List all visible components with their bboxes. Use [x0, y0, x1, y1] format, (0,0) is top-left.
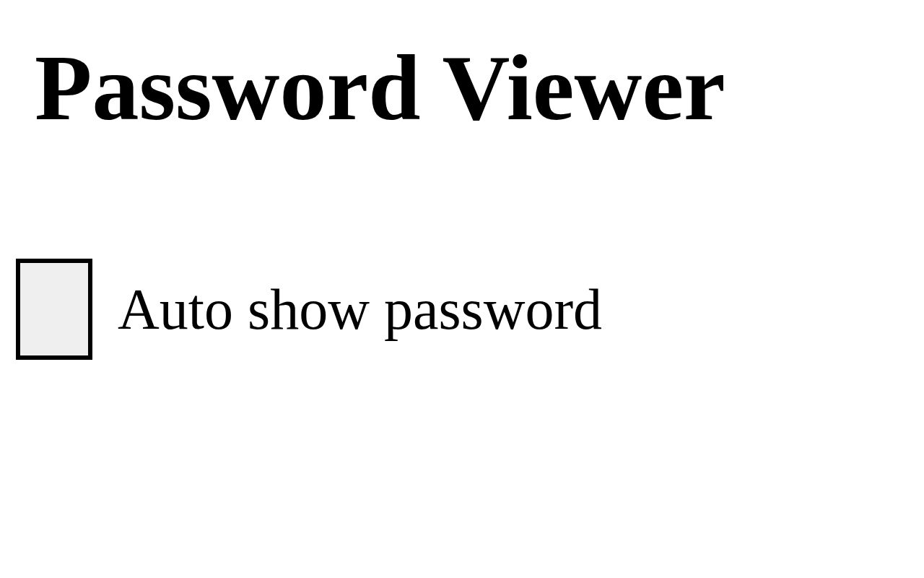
auto-show-password-label: Auto show password — [118, 280, 602, 338]
page-title: Password Viewer — [0, 0, 924, 139]
auto-show-password-option: Auto show password — [0, 259, 924, 360]
auto-show-password-checkbox[interactable] — [16, 259, 92, 360]
